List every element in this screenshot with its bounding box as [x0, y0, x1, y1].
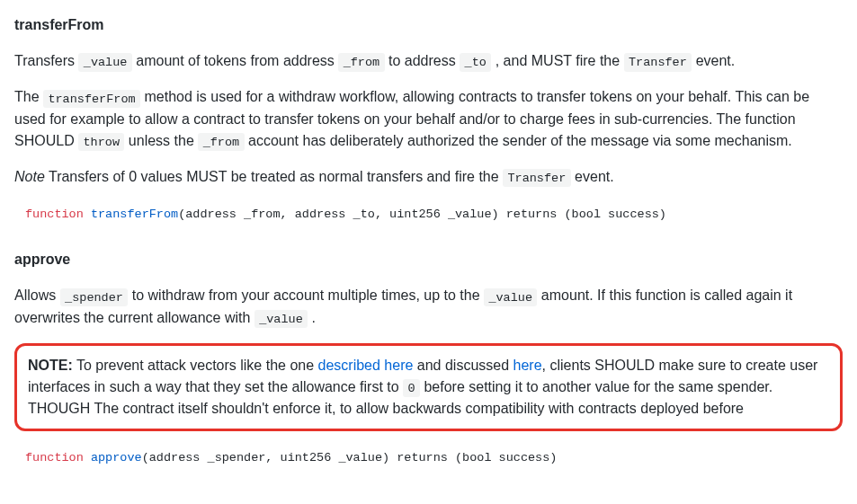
keyword-function: function	[25, 208, 84, 221]
text: event.	[692, 53, 735, 68]
inline-code-from: _from	[198, 133, 244, 151]
transferfrom-paragraph-3: Note Transfers of 0 values MUST be treat…	[14, 166, 843, 188]
code-signature: (address _spender, uint256 _value) retur…	[142, 451, 558, 464]
note-label: NOTE:	[28, 358, 73, 373]
transferfrom-paragraph-2: The transferFrom method is used for a wi…	[14, 86, 843, 152]
function-name: approve	[91, 451, 142, 464]
inline-code-value: _value	[78, 53, 131, 71]
note-callout: NOTE: To prevent attack vectors like the…	[14, 343, 843, 431]
inline-code-transfer: Transfer	[624, 53, 692, 71]
text: Transfers	[14, 53, 78, 68]
function-name: transferFrom	[91, 208, 178, 221]
text: event.	[571, 169, 614, 184]
text: amount of tokens from address	[132, 53, 338, 68]
link-described-here[interactable]: described here	[318, 358, 414, 373]
inline-code-zero: 0	[403, 379, 420, 397]
text: To prevent attack vectors like the one	[73, 358, 318, 373]
text: and discussed	[413, 358, 513, 373]
inline-code-spender: _spender	[60, 288, 129, 306]
inline-code-value: _value	[484, 288, 537, 306]
keyword-function: function	[25, 451, 84, 464]
inline-code-to: _to	[460, 53, 491, 71]
inline-code-transfer: Transfer	[503, 169, 571, 187]
code-block-approve: function approve(address _spender, uint2…	[14, 446, 843, 471]
text: to withdraw from your account multiple t…	[128, 287, 484, 303]
inline-code-transferfrom: transferFrom	[43, 90, 140, 108]
text: Allows	[14, 287, 60, 303]
text: to address	[385, 53, 460, 68]
inline-code-from: _from	[338, 53, 384, 71]
text: .	[308, 310, 316, 325]
italic-note: Note	[14, 169, 45, 184]
inline-code-value: _value	[254, 310, 308, 328]
inline-code-throw: throw	[78, 133, 124, 151]
transferfrom-paragraph-1: Transfers _value amount of tokens from a…	[14, 50, 843, 72]
text: unless the	[124, 133, 198, 148]
code-signature: (address _from, address _to, uint256 _va…	[178, 208, 666, 221]
code-block-transferfrom: function transferFrom(address _from, add…	[14, 202, 843, 227]
note-paragraph: NOTE: To prevent attack vectors like the…	[28, 355, 829, 420]
text: The	[14, 89, 43, 104]
link-here[interactable]: here	[513, 358, 542, 373]
approve-paragraph-1: Allows _spender to withdraw from your ac…	[14, 285, 843, 329]
section-heading-transferfrom: transferFrom	[14, 14, 843, 36]
text: , and MUST fire the	[491, 53, 623, 68]
section-heading-approve: approve	[14, 249, 843, 270]
text: account has deliberately authorized the …	[245, 133, 792, 148]
text: Transfers of 0 values MUST be treated as…	[45, 169, 503, 184]
